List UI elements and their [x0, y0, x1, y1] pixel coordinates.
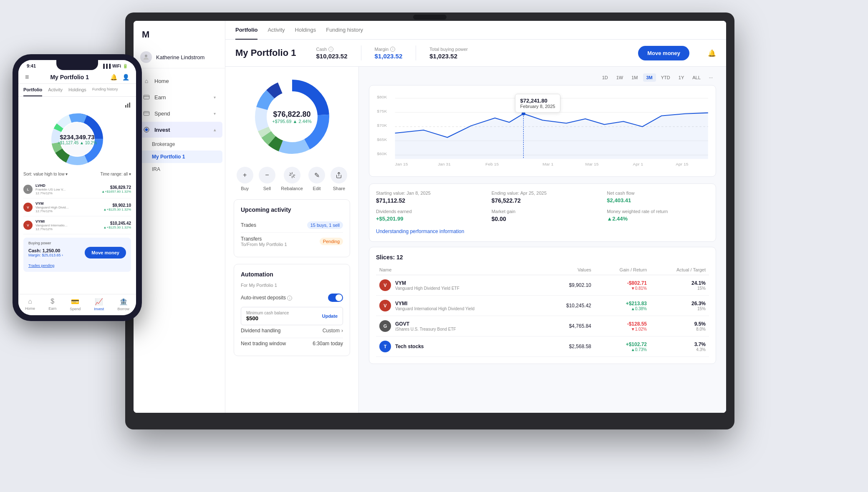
time-btn-all[interactable]: ALL — [689, 73, 704, 82]
phone-invest-label: Invest — [94, 307, 104, 311]
cash-info-icon[interactable]: i — [328, 47, 333, 52]
hamburger-icon[interactable]: ≡ — [25, 73, 29, 81]
stat-buying-power: Total buying power $1,023.52 — [429, 47, 468, 60]
phone-borrow-label: Borrow — [117, 307, 129, 311]
sidebar-sub-portfolio1[interactable]: My Portfolio 1 — [136, 151, 222, 163]
rebalance-label: Rebalance — [281, 186, 303, 191]
tab-funding-history[interactable]: Funding history — [326, 21, 363, 40]
phone-tab-activity[interactable]: Activity — [48, 84, 63, 96]
avatar — [140, 51, 152, 63]
sidebar-item-invest[interactable]: Invest ▴ — [136, 122, 222, 138]
table-row[interactable]: G GOVT iShares U.S. Treasury Bond ETF $4… — [376, 316, 709, 336]
sell-button[interactable]: − Sell — [259, 167, 275, 191]
phone-bell-icon[interactable]: 🔔 — [110, 74, 117, 80]
phone-trades-pending[interactable]: Trades pending — [28, 264, 54, 268]
col-actual: Actual / Target — [650, 265, 709, 275]
phone-tab-holdings[interactable]: Holdings — [68, 84, 86, 96]
table-row[interactable]: V VYMI Vanguard International High Divid… — [376, 296, 709, 316]
phone-sort-label[interactable]: Sort: value high to low ▾ — [23, 172, 68, 176]
phone-bp-margin[interactable]: Margin: $25,013.65 › — [28, 253, 63, 257]
sidebar-item-earn[interactable]: Earn ▾ — [136, 89, 222, 105]
phone-shell: 9:41 ▐▐▐ WiFi 🔋 ≡ My Portfolio 1 🔔 👤 Por… — [13, 54, 142, 321]
spend-icon — [143, 110, 150, 117]
sidebar-item-home[interactable]: ⌂ Home — [136, 73, 222, 89]
svg-rect-38 — [125, 105, 126, 108]
phone-nav-borrow[interactable]: 🏦 Borrow — [117, 298, 129, 311]
sidebar-sub-brokerage[interactable]: Brokerage — [134, 138, 225, 151]
margin-info-icon[interactable]: i — [390, 47, 395, 52]
rebalance-button[interactable]: Rebalance — [281, 167, 303, 191]
sidebar-sub-ira[interactable]: IRA — [134, 163, 225, 176]
time-btn-1w[interactable]: 1W — [613, 73, 627, 82]
net-cash-label[interactable]: Net cash flow — [607, 191, 709, 196]
sidebar-item-spend[interactable]: Spend ▾ — [136, 105, 222, 121]
time-btn-1m[interactable]: 1M — [628, 73, 641, 82]
understanding-link[interactable]: Understanding performance information — [376, 228, 464, 234]
phone-holding-row[interactable]: V VYMI Vanguard Internatio... 12.7%/12% … — [23, 216, 131, 234]
trades-label: Trades — [241, 222, 256, 228]
next-trading-value: 6:30am today — [313, 341, 343, 346]
table-row[interactable]: V VYM Vanguard High Dividend Yield ETF $… — [376, 275, 709, 296]
chart-container: $72,241.80 February 8, 2025 $80K $75K $7… — [369, 85, 716, 177]
market-gain-value: $0.00 — [492, 216, 594, 222]
starting-value: $71,112.52 — [376, 197, 478, 204]
phone-tab-portfolio[interactable]: Portfolio — [23, 84, 42, 96]
auto-invest-toggle[interactable] — [328, 294, 343, 302]
edit-button[interactable]: ✎ Edit — [308, 167, 325, 191]
phone-time-range[interactable]: Time range: all ▾ — [100, 172, 131, 176]
phone-nav-earn[interactable]: $ Earn — [48, 298, 56, 311]
time-btn-3m[interactable]: 3M — [643, 73, 656, 82]
share-button[interactable]: Share — [331, 167, 347, 191]
slices-section: Slices: 12 Name Values Gain / Return Act… — [369, 247, 716, 364]
time-btn-1d[interactable]: 1D — [599, 73, 611, 82]
buy-icon: + — [237, 167, 253, 183]
svg-text:$75K: $75K — [377, 109, 387, 113]
phone-move-money-button[interactable]: Move money — [85, 247, 126, 259]
phone-nav-home[interactable]: ⌂ Home — [25, 298, 35, 311]
phone-nav-spend[interactable]: 💳 Spend — [70, 298, 81, 311]
buy-label: Buy — [241, 186, 249, 191]
update-cash-button[interactable]: Update — [322, 314, 338, 319]
invest-chevron: ▴ — [214, 128, 216, 132]
phone-tab-funding[interactable]: Funding history — [92, 84, 118, 96]
move-money-button[interactable]: Move money — [638, 46, 689, 60]
ending-value: $76,522.72 — [492, 197, 594, 204]
sidebar: M Katherine Lindstrom ⌂ Home Earn ▾ — [134, 21, 225, 413]
phone-donut-center: $234,349.73 +$1,127.45 ▲ 10.2% — [58, 133, 97, 145]
svg-rect-39 — [127, 104, 129, 108]
sidebar-user[interactable]: Katherine Lindstrom — [134, 46, 225, 68]
phone-spend-label: Spend — [70, 307, 81, 311]
right-panel: 1D 1W 1M 3M YTD 1Y ALL ··· $72,241.80 — [359, 67, 726, 413]
svg-text:$65K: $65K — [377, 137, 387, 141]
phone-buying-power: Buying power Cash: 1,250.00 Margin: $25,… — [23, 238, 131, 272]
time-btn-more[interactable]: ··· — [706, 73, 716, 82]
tab-holdings[interactable]: Holdings — [295, 21, 316, 40]
main-content: Portfolio Activity Holdings Funding hist… — [225, 21, 726, 413]
col-gain: Gain / Return — [595, 265, 650, 275]
phone-holding-row[interactable]: V VYM Vanguard High Divid... 12.7%/12% $… — [23, 198, 131, 216]
phone-user-icon[interactable]: 👤 — [122, 74, 129, 80]
svg-point-6 — [145, 128, 148, 131]
auto-invest-info[interactable]: i — [287, 296, 292, 301]
spend-chevron: ▾ — [214, 111, 216, 116]
ending-value-stat: Ending value: Apr 25, 2025 $76,522.72 — [492, 191, 594, 204]
phone-nav-invest[interactable]: 📈 Invest — [94, 298, 104, 311]
phone-holding-row[interactable]: L LVHD Franklin US Low V... 12.7%/12% $3… — [23, 181, 131, 198]
tooltip-date: February 8, 2025 — [520, 104, 555, 109]
market-gain-label: Market gain — [492, 209, 594, 214]
bell-icon[interactable]: 🔔 — [708, 49, 716, 57]
time-btn-1y[interactable]: 1Y — [675, 73, 687, 82]
stat-cash: Cash i $10,023.52 — [316, 47, 347, 60]
table-row[interactable]: T Tech stocks $2,568.58 +$102.72 ▲0.73% … — [376, 336, 709, 357]
sell-icon: − — [259, 167, 275, 183]
stat-bp-value: $1,023.52 — [429, 53, 468, 60]
slices-title: Slices: 12 — [376, 254, 709, 261]
dividend-custom-button[interactable]: Custom › — [323, 328, 343, 334]
tab-activity[interactable]: Activity — [267, 21, 285, 40]
tab-portfolio[interactable]: Portfolio — [235, 21, 257, 40]
laptop-screen: M Katherine Lindstrom ⌂ Home Earn ▾ — [134, 21, 726, 413]
time-btn-ytd[interactable]: YTD — [658, 73, 674, 82]
phone-bp-label: Buying power — [28, 241, 126, 245]
buy-button[interactable]: + Buy — [237, 167, 253, 191]
phone-chart-icon[interactable] — [23, 102, 131, 108]
